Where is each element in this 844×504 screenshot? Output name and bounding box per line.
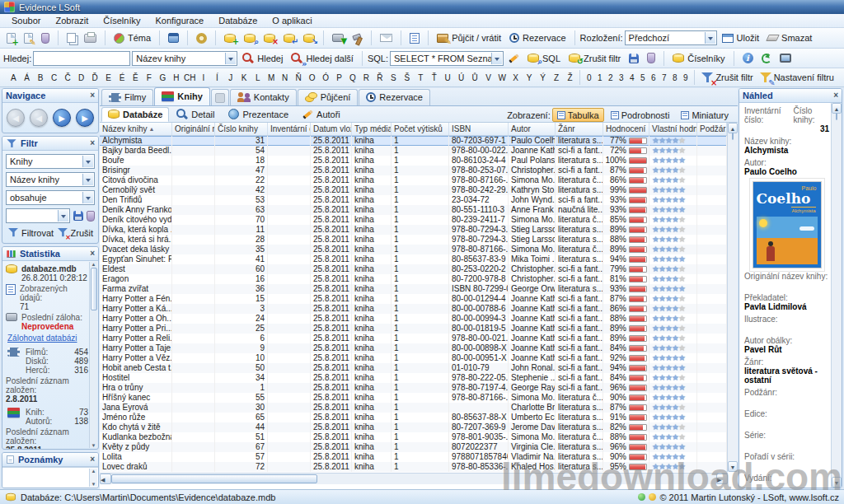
alpha-a[interactable]: Á [20, 72, 33, 84]
alpha-r[interactable]: R [359, 72, 373, 84]
alpha-f[interactable]: F [143, 72, 156, 84]
alpha-l[interactable]: L [251, 72, 264, 84]
delete-db-button[interactable]: × [260, 32, 279, 44]
backup-database-link[interactable]: Zálohovat databázi [7, 334, 88, 343]
table-row[interactable]: Deník citového vyd...7025.8.2011kniha180… [100, 215, 728, 225]
add-db-button[interactable]: + [221, 32, 239, 44]
menu-databaze[interactable]: Databáze [212, 15, 264, 26]
alpha-d[interactable]: D [74, 72, 87, 84]
table-row[interactable]: Brisingr4725.8.2011kniha1978-80-253-07..… [100, 166, 728, 175]
smazat-layout-button[interactable]: Smazat [764, 31, 815, 44]
table-row[interactable]: Farma zvířat3625.8.2011kniha1ISBN 80-729… [100, 284, 728, 294]
menu-soubor[interactable]: Soubor [5, 15, 47, 26]
table-row[interactable]: Květy z půdy6725.8.2011kniha18072022377V… [100, 442, 728, 452]
alpha-ch[interactable]: CH [183, 72, 196, 84]
mail-button[interactable] [377, 32, 396, 44]
alpha-c[interactable]: C [47, 72, 60, 84]
alpha-z[interactable]: Ž [563, 72, 576, 84]
alpha-k[interactable]: K [237, 72, 251, 84]
zrusit-filtr-sql-button[interactable]: ↺Zrušit filtr [565, 52, 624, 65]
alpha-o[interactable]: O [305, 72, 318, 84]
filtr-operator-select[interactable]: obsahuje [6, 190, 95, 205]
alpha-g[interactable]: G [156, 72, 169, 84]
nav-prev-button[interactable]: ◀ [30, 109, 48, 127]
close-filtr-button[interactable]: × [90, 139, 95, 147]
print-button[interactable] [81, 32, 100, 44]
alpha-e[interactable]: É [115, 72, 129, 84]
column-header-pocet-vytisku[interactable]: Počet výtisků [392, 123, 449, 135]
alpha-r[interactable]: Ř [373, 72, 387, 84]
table-row[interactable]: Bajky barda Beedl...5425.8.2011kniha1978… [100, 146, 728, 156]
table-row[interactable]: Bouře1825.8.2011kniha180-86103-24-4Paul … [100, 156, 728, 166]
tab-filmy[interactable]: Filmy [101, 89, 153, 105]
table-row[interactable]: Harry Potter a Reli...625.8.2011kniha197… [100, 334, 728, 343]
menu-konfigurace[interactable]: Konfigurace [148, 15, 210, 26]
sql-run-button[interactable]: ⌕SQL [524, 52, 564, 65]
rozlozeni-select[interactable]: Předchozí [625, 30, 717, 45]
alpha-v[interactable]: V [481, 72, 495, 84]
save-filter-icon[interactable] [73, 211, 83, 221]
alpha-x[interactable]: X [509, 72, 522, 84]
filtrovat-button[interactable]: Filtrovat [7, 227, 54, 238]
theme-button[interactable]: Téma [110, 31, 154, 45]
alpha-s[interactable]: Š [401, 72, 414, 84]
close-statistika-button[interactable]: × [90, 250, 95, 258]
table-row[interactable]: Kudlanka bezbožná5125.8.2011kniha1978-80… [100, 432, 728, 442]
table-row[interactable]: Harry Potter a Ká...325.8.2011kniha180-0… [100, 304, 728, 314]
table-row[interactable]: Harry Potter a Pri...2525.8.2011kniha180… [100, 324, 728, 334]
nav-last-button[interactable]: ▶ [76, 109, 94, 127]
alpha-u[interactable]: U [441, 72, 454, 84]
alpha-o[interactable]: Ó [319, 72, 332, 84]
digit-7[interactable]: 7 [659, 72, 669, 84]
alpha-u[interactable]: Ů [468, 72, 481, 84]
alpha-d[interactable]: Ď [88, 72, 101, 84]
close-nahled-button[interactable]: × [833, 91, 838, 100]
digit-6[interactable]: 6 [648, 72, 659, 84]
table-row[interactable]: Kdo chytá v žitě4425.8.2011kniha180-7207… [100, 422, 728, 432]
save-filter-button[interactable] [626, 52, 642, 65]
column-header-isbn[interactable]: ISBN [449, 123, 509, 135]
column-header-datum-vlozeni[interactable]: Datum vložení [311, 123, 352, 135]
table-row[interactable]: Jméno růže6525.8.2011kniha180-85637-88-X… [100, 413, 728, 422]
tools-button[interactable] [349, 31, 366, 45]
view-podrobnosti[interactable]: Podrobnosti [606, 108, 675, 122]
subtab-prezentace[interactable]: Prezentace [222, 107, 295, 122]
digit-2[interactable]: 2 [605, 72, 616, 84]
column-header-typ-media[interactable]: Typ média [352, 123, 392, 135]
new-record-button[interactable]: + [3, 31, 19, 45]
settings-button[interactable] [193, 31, 210, 45]
hledej-button[interactable]: Hledej [239, 51, 286, 66]
sql-select[interactable]: SELECT * FROM Seznam [390, 51, 504, 66]
menu-zobrazit[interactable]: Zobrazit [49, 15, 95, 26]
digit-1[interactable]: 1 [594, 72, 605, 84]
alpha-s[interactable]: S [387, 72, 400, 84]
alpha-i[interactable]: I [197, 72, 210, 84]
zrusit-button[interactable]: ×Zrušit [57, 227, 94, 238]
table-row[interactable]: Jana Eyrová3025.8.2011kniha1Charlotte Br… [100, 403, 728, 413]
statistika-scrollbar[interactable]: ▲▼ [89, 262, 97, 448]
column-header-vlastni-hodn[interactable]: Vlastní hodn... [649, 123, 697, 135]
view-miniatury[interactable]: Miniatury [676, 108, 734, 122]
alpha-j[interactable]: J [224, 72, 237, 84]
digit-3[interactable]: 3 [616, 72, 626, 84]
search-field-select[interactable]: Název knihy [132, 51, 237, 66]
column-header-autor[interactable]: Autor [509, 123, 556, 135]
table-row[interactable]: Deník Anny Franko...6325.8.2011kniha180-… [100, 205, 728, 215]
nav-first-button[interactable]: ◀ [7, 109, 25, 127]
vertical-scrollbar[interactable]: ▲▼ [727, 123, 738, 472]
alpha-b[interactable]: B [34, 72, 47, 84]
digit-9[interactable]: 9 [680, 72, 691, 84]
table-row[interactable]: Eldest6025.8.2011kniha180-253-0220-2Chri… [100, 264, 728, 274]
column-header-podzar[interactable]: Podžár... [697, 123, 727, 135]
alpha-w[interactable]: W [495, 72, 509, 84]
alpha-n[interactable]: Ň [292, 72, 305, 84]
alpha-n[interactable]: N [278, 72, 291, 84]
table-row[interactable]: Dívka, která si hrá...2825.8.2011kniha19… [100, 235, 728, 245]
tab-rezervace[interactable]: Rezervace [359, 89, 430, 105]
tab-pujceni[interactable]: Půjčení [298, 89, 359, 105]
column-header-inventarni-ci[interactable]: Inventární či... [268, 123, 311, 135]
search-input[interactable] [33, 51, 130, 66]
alpha-u[interactable]: Ú [454, 72, 467, 84]
subtab-autori[interactable]: Autoři [296, 107, 347, 122]
ulozit-layout-button[interactable]: Uložit [719, 31, 763, 44]
